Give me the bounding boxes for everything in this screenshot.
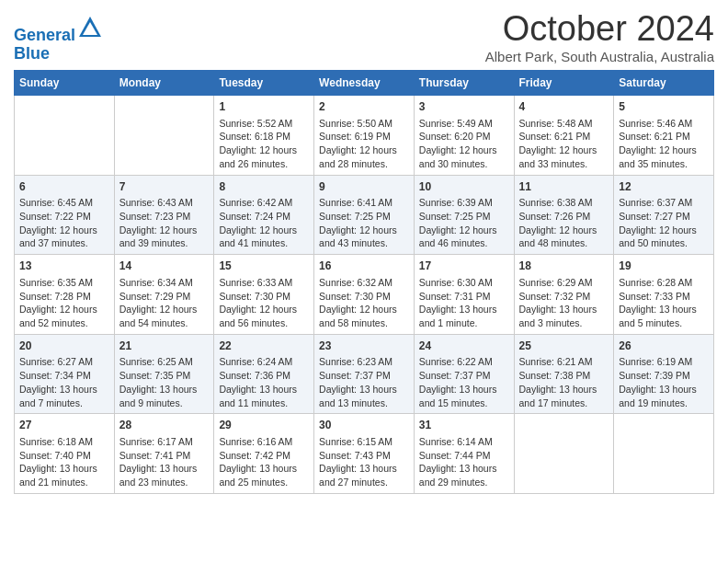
day-info-line: Sunset: 7:30 PM: [319, 291, 391, 302]
day-info-line: Sunrise: 6:22 AM: [419, 356, 493, 367]
day-info-line: Daylight: 13 hours: [19, 463, 97, 474]
day-number: 19: [619, 259, 709, 274]
calendar-cell: 9Sunrise: 6:41 AMSunset: 7:25 PMDaylight…: [314, 175, 415, 255]
day-info-line: Sunset: 7:35 PM: [119, 370, 191, 381]
day-info-line: and 23 minutes.: [119, 477, 188, 488]
day-number: 16: [319, 259, 409, 274]
day-info-line: Sunrise: 6:33 AM: [219, 277, 292, 288]
day-number: 13: [19, 259, 109, 274]
calendar-week-row: 13Sunrise: 6:35 AMSunset: 7:28 PMDayligh…: [15, 255, 714, 335]
day-info-line: Sunrise: 6:30 AM: [419, 277, 493, 288]
day-number: 11: [519, 179, 609, 195]
day-number: 24: [419, 339, 509, 354]
day-info-line: Sunset: 7:24 PM: [219, 211, 290, 222]
calendar-cell: 28Sunrise: 6:17 AMSunset: 7:41 PMDayligh…: [114, 414, 214, 494]
day-info-line: Daylight: 12 hours: [319, 304, 397, 315]
day-info-line: Sunset: 7:29 PM: [119, 291, 191, 302]
day-info-line: Daylight: 13 hours: [319, 384, 397, 395]
calendar-cell: 23Sunrise: 6:23 AMSunset: 7:37 PMDayligh…: [314, 334, 415, 414]
calendar-cell: 5Sunrise: 5:46 AMSunset: 6:21 PMDaylight…: [614, 96, 714, 176]
calendar-cell: 30Sunrise: 6:15 AMSunset: 7:43 PMDayligh…: [314, 414, 415, 494]
calendar-cell: 12Sunrise: 6:37 AMSunset: 7:27 PMDayligh…: [614, 175, 714, 255]
calendar-table: SundayMondayTuesdayWednesdayThursdayFrid…: [14, 70, 714, 494]
day-info-line: and 21 minutes.: [19, 477, 88, 488]
day-info-line: Sunrise: 5:52 AM: [219, 118, 292, 129]
day-header-wednesday: Wednesday: [314, 71, 415, 96]
day-info-line: Daylight: 12 hours: [619, 224, 697, 236]
day-info-line: Daylight: 12 hours: [419, 144, 497, 155]
day-info-line: Sunset: 7:25 PM: [419, 211, 491, 222]
day-info-line: and 13 minutes.: [319, 397, 388, 408]
day-info-line: Sunrise: 5:49 AM: [419, 118, 493, 129]
calendar-cell: 31Sunrise: 6:14 AMSunset: 7:44 PMDayligh…: [414, 414, 514, 494]
day-info-line: Sunset: 7:36 PM: [219, 370, 290, 381]
day-info-line: Sunrise: 6:24 AM: [219, 356, 292, 367]
day-info-line: Daylight: 13 hours: [19, 384, 97, 395]
day-info-line: Sunrise: 6:32 AM: [319, 277, 392, 288]
day-info-line: Sunset: 7:31 PM: [419, 291, 491, 302]
calendar-cell: 4Sunrise: 5:48 AMSunset: 6:21 PMDaylight…: [514, 96, 614, 176]
day-info-line: Sunset: 7:22 PM: [19, 211, 91, 222]
day-info-line: Daylight: 13 hours: [519, 304, 597, 315]
calendar-cell: 16Sunrise: 6:32 AMSunset: 7:30 PMDayligh…: [314, 255, 415, 335]
day-info-line: Daylight: 13 hours: [619, 384, 697, 395]
day-number: 5: [619, 99, 709, 115]
calendar-cell: 22Sunrise: 6:24 AMSunset: 7:36 PMDayligh…: [214, 334, 314, 414]
day-info-line: Daylight: 12 hours: [519, 144, 597, 155]
day-info-line: Daylight: 12 hours: [119, 304, 198, 315]
day-info-line: Sunset: 7:28 PM: [19, 291, 91, 302]
day-number: 30: [319, 418, 409, 433]
calendar-cell: 8Sunrise: 6:42 AMSunset: 7:24 PMDaylight…: [214, 175, 314, 255]
day-info-line: Sunset: 7:32 PM: [519, 291, 591, 302]
day-number: 28: [119, 418, 210, 433]
day-info-line: and 48 minutes.: [519, 237, 588, 248]
day-number: 10: [419, 179, 509, 195]
day-header-monday: Monday: [114, 71, 214, 96]
day-number: 31: [419, 418, 509, 433]
calendar-cell: 27Sunrise: 6:18 AMSunset: 7:40 PMDayligh…: [15, 414, 115, 494]
day-info-line: and 1 minute.: [419, 317, 478, 328]
day-info-line: Sunset: 7:34 PM: [19, 370, 91, 381]
calendar-cell: 21Sunrise: 6:25 AMSunset: 7:35 PMDayligh…: [114, 334, 214, 414]
day-info-line: and 35 minutes.: [619, 158, 688, 169]
day-info-line: and 17 minutes.: [519, 397, 588, 408]
day-number: 25: [519, 339, 609, 354]
day-info-line: and 7 minutes.: [19, 397, 83, 408]
day-info-line: Sunrise: 6:42 AM: [219, 197, 292, 208]
day-info-line: Sunrise: 6:38 AM: [519, 197, 593, 208]
day-number: 14: [119, 259, 210, 274]
day-info-line: Sunset: 7:43 PM: [319, 450, 391, 461]
day-info-line: and 37 minutes.: [19, 237, 88, 248]
day-info-line: Sunset: 6:21 PM: [519, 131, 591, 142]
day-number: 9: [319, 179, 409, 195]
day-info-line: Sunset: 7:27 PM: [619, 211, 690, 222]
day-info-line: and 11 minutes.: [219, 397, 288, 408]
day-info-line: Sunrise: 6:17 AM: [119, 436, 193, 447]
day-number: 3: [419, 99, 509, 115]
day-number: 7: [119, 179, 210, 195]
day-info-line: and 3 minutes.: [519, 317, 583, 328]
day-header-sunday: Sunday: [15, 71, 115, 96]
day-info-line: Sunrise: 6:41 AM: [319, 197, 392, 208]
day-info-line: Sunrise: 6:37 AM: [619, 197, 692, 208]
day-info-line: Daylight: 12 hours: [319, 224, 397, 236]
day-info-line: Sunrise: 6:35 AM: [19, 277, 93, 288]
calendar-cell: 7Sunrise: 6:43 AMSunset: 7:23 PMDaylight…: [114, 175, 214, 255]
day-info-line: and 26 minutes.: [219, 158, 288, 169]
day-header-thursday: Thursday: [414, 71, 514, 96]
day-info-line: Sunrise: 5:46 AM: [619, 118, 692, 129]
day-info-line: and 56 minutes.: [219, 317, 288, 328]
day-info-line: Sunset: 7:30 PM: [219, 291, 290, 302]
day-info-line: and 29 minutes.: [419, 477, 488, 488]
calendar-week-row: 6Sunrise: 6:45 AMSunset: 7:22 PMDaylight…: [15, 175, 714, 255]
day-info-line: Sunrise: 6:16 AM: [219, 436, 292, 447]
day-info-line: Daylight: 12 hours: [119, 224, 198, 236]
day-info-line: Daylight: 13 hours: [119, 463, 198, 474]
location: Albert Park, South Australia, Australia: [485, 49, 714, 64]
day-info-line: Daylight: 12 hours: [19, 304, 97, 315]
calendar-cell: 3Sunrise: 5:49 AMSunset: 6:20 PMDaylight…: [414, 96, 514, 176]
day-info-line: and 54 minutes.: [119, 317, 188, 328]
calendar-cell: 29Sunrise: 6:16 AMSunset: 7:42 PMDayligh…: [214, 414, 314, 494]
day-info-line: Sunset: 6:19 PM: [319, 131, 391, 142]
calendar-cell: [514, 414, 614, 494]
